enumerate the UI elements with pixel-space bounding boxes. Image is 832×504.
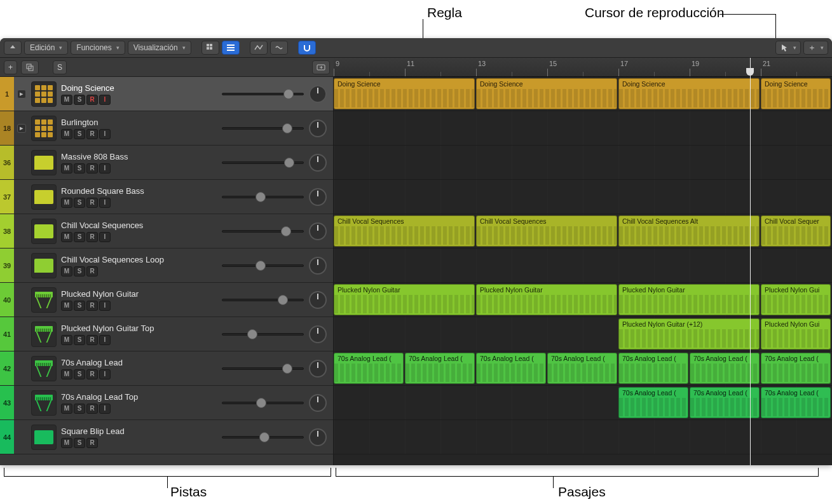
- add-track-button[interactable]: +: [4, 60, 17, 74]
- input-monitor-button[interactable]: I: [99, 369, 111, 379]
- track-icon[interactable]: [29, 146, 58, 179]
- catch-playhead-button[interactable]: [312, 60, 330, 74]
- global-solo-button[interactable]: S: [53, 60, 67, 74]
- track-icon[interactable]: [29, 249, 58, 282]
- track-expand[interactable]: ▸: [14, 77, 29, 111]
- track-icon[interactable]: [29, 317, 58, 351]
- arrange-lane[interactable]: [334, 180, 832, 214]
- input-monitor-button[interactable]: I: [99, 404, 111, 414]
- input-monitor-button[interactable]: I: [99, 95, 111, 105]
- track-row[interactable]: 42 70s Analog Lead M S RI: [0, 351, 333, 386]
- region[interactable]: 70s Analog Lead (: [761, 387, 831, 418]
- solo-button[interactable]: S: [74, 198, 85, 208]
- arrange-lane[interactable]: [334, 111, 832, 146]
- pan-knob[interactable]: [309, 325, 327, 343]
- volume-slider[interactable]: [222, 230, 304, 233]
- track-icon[interactable]: [29, 111, 58, 145]
- track-row[interactable]: 18 ▸ Burlington M S RI: [0, 111, 333, 146]
- volume-slider[interactable]: [222, 264, 304, 267]
- snap-button[interactable]: [298, 41, 316, 55]
- mute-button[interactable]: M: [61, 198, 72, 208]
- solo-button[interactable]: S: [74, 301, 85, 311]
- view-menu[interactable]: Visualización: [128, 41, 191, 55]
- mute-button[interactable]: M: [61, 438, 72, 448]
- region[interactable]: Chill Vocal Sequences: [476, 215, 617, 247]
- input-monitor-button[interactable]: I: [99, 301, 111, 311]
- pan-knob[interactable]: [309, 119, 327, 137]
- record-enable-button[interactable]: R: [86, 232, 98, 242]
- pan-knob[interactable]: [309, 154, 327, 172]
- record-enable-button[interactable]: R: [86, 163, 98, 174]
- track-row[interactable]: 43 70s Analog Lead Top M S RI: [0, 386, 333, 420]
- region[interactable]: Chill Vocal Sequences: [334, 215, 475, 247]
- track-name[interactable]: Rounded Square Bass: [61, 186, 222, 196]
- input-monitor-button[interactable]: I: [99, 232, 111, 242]
- region[interactable]: Plucked Nylon Guitar: [618, 284, 760, 315]
- region[interactable]: Doing Science: [618, 78, 760, 109]
- mute-button[interactable]: M: [61, 301, 72, 311]
- solo-button[interactable]: S: [74, 232, 85, 242]
- record-enable-button[interactable]: R: [86, 198, 98, 208]
- region[interactable]: Doing Science: [476, 78, 617, 109]
- region[interactable]: 70s Analog Lead (: [547, 353, 617, 384]
- track-row[interactable]: 1 ▸ Doing Science M S RI: [0, 77, 333, 111]
- playhead[interactable]: [750, 58, 751, 465]
- track-row[interactable]: 37 Rounded Square Bass M S RI: [0, 180, 333, 214]
- arrange-lane[interactable]: 70s Analog Lead (70s Analog Lead (70s An…: [334, 351, 832, 386]
- region[interactable]: Plucked Nylon Gui: [761, 318, 831, 350]
- track-row[interactable]: 39 Chill Vocal Sequences Loop M S R: [0, 249, 333, 283]
- track-name[interactable]: Plucked Nylon Guitar Top: [61, 324, 222, 333]
- region[interactable]: Plucked Nylon Guitar: [334, 284, 475, 315]
- track-icon[interactable]: [29, 386, 58, 419]
- track-name[interactable]: Chill Vocal Sequences Loop: [61, 255, 222, 264]
- solo-button[interactable]: S: [74, 335, 85, 345]
- pan-knob[interactable]: [309, 257, 327, 275]
- volume-slider[interactable]: [222, 196, 304, 198]
- volume-slider[interactable]: [222, 299, 304, 301]
- solo-button[interactable]: S: [74, 266, 85, 276]
- pan-knob[interactable]: [309, 428, 327, 446]
- arrange-lane[interactable]: Chill Vocal SequencesChill Vocal Sequenc…: [334, 214, 832, 249]
- region[interactable]: Doing Science: [334, 78, 475, 109]
- flex-button[interactable]: [270, 41, 288, 55]
- mute-button[interactable]: M: [61, 404, 72, 414]
- mute-button[interactable]: M: [61, 335, 72, 345]
- region[interactable]: 70s Analog Lead (: [334, 353, 404, 384]
- track-row[interactable]: 44 Square Blip Lead M S R: [0, 420, 333, 454]
- volume-slider[interactable]: [222, 402, 304, 404]
- pan-knob[interactable]: [309, 394, 327, 412]
- automation-button[interactable]: [250, 41, 268, 55]
- tracks-list[interactable]: 1 ▸ Doing Science M S RI 18 ▸ Burlington…: [0, 77, 333, 465]
- region[interactable]: Plucked Nylon Guitar: [476, 284, 617, 315]
- solo-button[interactable]: S: [74, 404, 85, 414]
- arrange-pane[interactable]: 9111315171921 Doing ScienceDoing Science…: [334, 58, 832, 465]
- arrange-lane[interactable]: [334, 249, 832, 283]
- pan-knob[interactable]: [309, 188, 327, 206]
- region[interactable]: 70s Analog Lead (: [405, 353, 475, 384]
- list-view-button[interactable]: [222, 41, 240, 55]
- region[interactable]: Plucked Nylon Guitar (+12): [618, 318, 760, 350]
- pan-knob[interactable]: [309, 85, 327, 103]
- input-monitor-button[interactable]: I: [99, 163, 111, 174]
- track-icon[interactable]: [29, 351, 58, 385]
- track-name[interactable]: 70s Analog Lead: [61, 358, 222, 367]
- track-row[interactable]: 36 Massive 808 Bass M S RI: [0, 146, 333, 180]
- region[interactable]: 70s Analog Lead (: [618, 387, 688, 418]
- solo-button[interactable]: S: [74, 438, 85, 448]
- record-enable-button[interactable]: R: [86, 369, 98, 379]
- track-name[interactable]: Square Blip Lead: [61, 426, 222, 436]
- volume-slider[interactable]: [222, 161, 304, 164]
- track-name[interactable]: Massive 808 Bass: [61, 152, 222, 161]
- track-icon[interactable]: [29, 420, 58, 454]
- arrange-lane[interactable]: Plucked Nylon Guitar (+12)Plucked Nylon …: [334, 317, 832, 351]
- mute-button[interactable]: M: [61, 95, 72, 105]
- mute-button[interactable]: M: [61, 266, 72, 276]
- arrange-lane[interactable]: [334, 420, 832, 454]
- edit-menu[interactable]: Edición: [24, 41, 68, 55]
- record-enable-button[interactable]: R: [86, 404, 98, 414]
- mute-button[interactable]: M: [61, 163, 72, 174]
- arrange-lane[interactable]: [334, 146, 832, 180]
- record-enable-button[interactable]: R: [86, 335, 98, 345]
- track-icon[interactable]: [29, 180, 58, 214]
- region[interactable]: 70s Analog Lead (: [476, 353, 546, 384]
